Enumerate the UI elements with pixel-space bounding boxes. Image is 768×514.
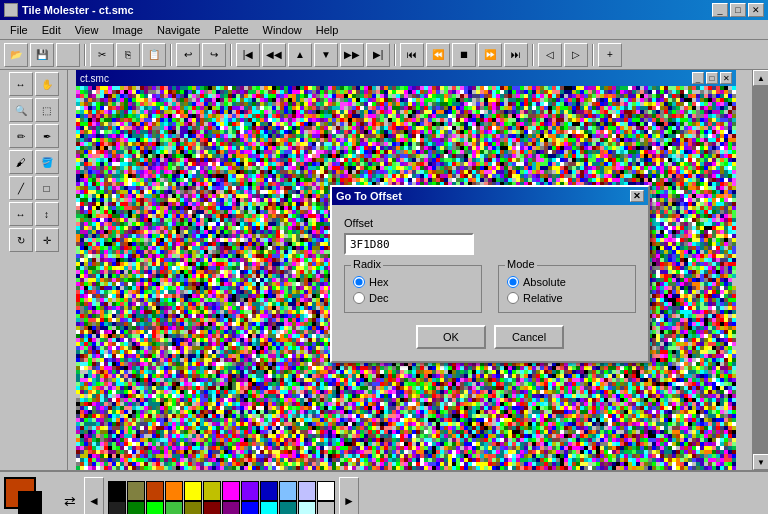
background-color-swatch[interactable] — [18, 491, 42, 514]
line-tool[interactable]: ╱ — [9, 176, 33, 200]
maximize-button[interactable]: □ — [730, 3, 746, 17]
color-cell-1[interactable] — [127, 481, 145, 501]
mdi-minimize[interactable]: _ — [692, 72, 704, 84]
color-cell-yellow[interactable] — [184, 481, 202, 501]
move-right-button[interactable]: ▶| — [366, 43, 390, 67]
swap-colors-icon[interactable]: ⇄ — [64, 493, 76, 509]
color-cell-silver[interactable] — [317, 501, 335, 514]
color-cell-blue[interactable] — [241, 501, 259, 514]
paste-button[interactable]: 📋 — [142, 43, 166, 67]
color-cell-5[interactable] — [203, 481, 221, 501]
cut-button[interactable]: ✂ — [90, 43, 114, 67]
close-button[interactable]: ✕ — [748, 3, 764, 17]
menu-help[interactable]: Help — [310, 23, 345, 37]
color-cell-9[interactable] — [279, 481, 297, 501]
stop-button[interactable]: ⏹ — [452, 43, 476, 67]
undo-button[interactable]: ↩ — [176, 43, 200, 67]
radix-dec-radio[interactable] — [353, 292, 365, 304]
radix-hex-radio[interactable] — [353, 276, 365, 288]
open-button[interactable]: 📂 — [4, 43, 28, 67]
color-cell-3[interactable] — [165, 481, 183, 501]
radix-dec-label: Dec — [369, 292, 389, 304]
color-row-1 — [108, 481, 335, 501]
mode-absolute-radio[interactable] — [507, 276, 519, 288]
color-cell-maroon[interactable] — [203, 501, 221, 514]
menu-view[interactable]: View — [69, 23, 105, 37]
menu-palette[interactable]: Palette — [208, 23, 254, 37]
color-cell-10[interactable] — [298, 481, 316, 501]
scroll-track[interactable] — [753, 86, 768, 454]
dialog-close-button[interactable]: ✕ — [630, 190, 644, 202]
select-tool[interactable]: ⬚ — [35, 98, 59, 122]
flip-v-tool[interactable]: ↕ — [35, 202, 59, 226]
rect-tool[interactable]: □ — [35, 176, 59, 200]
blank-button[interactable] — [56, 43, 80, 67]
cancel-button[interactable]: Cancel — [494, 325, 564, 349]
palette-prev-button[interactable]: ◄ — [84, 477, 104, 514]
pen-tool[interactable]: ✒ — [35, 124, 59, 148]
radix-hex-option[interactable]: Hex — [353, 276, 473, 288]
color-cell-olive[interactable] — [184, 501, 202, 514]
arrow-tool[interactable]: ↔ — [9, 72, 33, 96]
redo-button[interactable]: ↪ — [202, 43, 226, 67]
rotate-tool[interactable]: ↻ — [9, 228, 33, 252]
separator-4 — [394, 44, 396, 66]
color-cell-13[interactable] — [165, 501, 183, 514]
menu-navigate[interactable]: Navigate — [151, 23, 206, 37]
prev-fast-button[interactable]: ⏪ — [426, 43, 450, 67]
color-cell-darkgray[interactable] — [108, 501, 126, 514]
nav-back-button[interactable]: ◁ — [538, 43, 562, 67]
radix-dec-option[interactable]: Dec — [353, 292, 473, 304]
move2-tool[interactable]: ✛ — [35, 228, 59, 252]
menu-edit[interactable]: Edit — [36, 23, 67, 37]
color-cell-lightcyan[interactable] — [298, 501, 316, 514]
separator-6 — [592, 44, 594, 66]
color-cell-7[interactable] — [241, 481, 259, 501]
paint-tool[interactable]: 🖌 — [9, 150, 33, 174]
radix-hex-label: Hex — [369, 276, 389, 288]
mode-absolute-option[interactable]: Absolute — [507, 276, 627, 288]
fill-tool[interactable]: 🪣 — [35, 150, 59, 174]
menu-image[interactable]: Image — [106, 23, 149, 37]
move-up-button[interactable]: ▲ — [288, 43, 312, 67]
mode-relative-radio[interactable] — [507, 292, 519, 304]
color-cell-darkblue[interactable] — [260, 481, 278, 501]
copy-button[interactable]: ⎘ — [116, 43, 140, 67]
color-cell-purple[interactable] — [222, 501, 240, 514]
play-button[interactable]: ⏩ — [478, 43, 502, 67]
move-down-button[interactable]: ▼ — [314, 43, 338, 67]
color-cell-green[interactable] — [127, 501, 145, 514]
mdi-close[interactable]: ✕ — [720, 72, 732, 84]
menu-window[interactable]: Window — [257, 23, 308, 37]
palette-next-button[interactable]: ► — [339, 477, 359, 514]
color-cell-teal[interactable] — [279, 501, 297, 514]
dialog-body: Offset Radix Hex Dec — [332, 205, 648, 361]
minimize-button[interactable]: _ — [712, 3, 728, 17]
prev-frame-button[interactable]: ⏮ — [400, 43, 424, 67]
color-cell-2[interactable] — [146, 481, 164, 501]
offset-input[interactable] — [344, 233, 474, 255]
hand-tool[interactable]: ✋ — [35, 72, 59, 96]
pencil-tool[interactable]: ✏ — [9, 124, 33, 148]
scroll-down-button[interactable]: ▼ — [753, 454, 768, 470]
ok-button[interactable]: OK — [416, 325, 486, 349]
next-frame-button[interactable]: ⏭ — [504, 43, 528, 67]
color-cell-magenta[interactable] — [222, 481, 240, 501]
color-cell-white[interactable] — [317, 481, 335, 501]
move-right-fast-button[interactable]: ▶▶ — [340, 43, 364, 67]
move-left-fast-button[interactable]: ◀◀ — [262, 43, 286, 67]
flip-h-tool[interactable]: ↔ — [9, 202, 33, 226]
scroll-up-button[interactable]: ▲ — [753, 70, 768, 86]
zoom-tool[interactable]: 🔍 — [9, 98, 33, 122]
app-icon — [4, 3, 18, 17]
mdi-maximize[interactable]: □ — [706, 72, 718, 84]
move-left-button[interactable]: |◀ — [236, 43, 260, 67]
color-cell-lime[interactable] — [146, 501, 164, 514]
menu-file[interactable]: File — [4, 23, 34, 37]
color-cell-black[interactable] — [108, 481, 126, 501]
save-button[interactable]: 💾 — [30, 43, 54, 67]
nav-forward-button[interactable]: ▷ — [564, 43, 588, 67]
add-button[interactable]: + — [598, 43, 622, 67]
color-cell-cyan[interactable] — [260, 501, 278, 514]
mode-relative-option[interactable]: Relative — [507, 292, 627, 304]
